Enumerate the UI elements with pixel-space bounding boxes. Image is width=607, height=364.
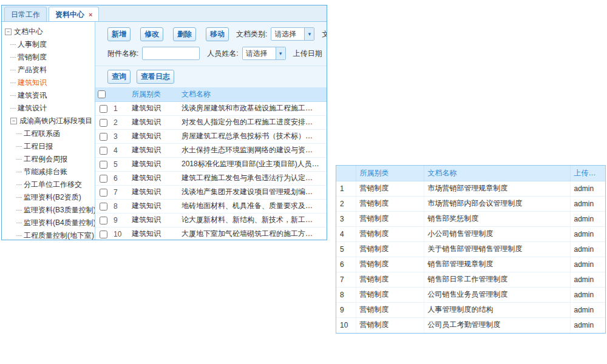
- row-checkbox[interactable]: [100, 231, 107, 238]
- tree-branch-line: [10, 108, 16, 109]
- tree-node-label: 建筑设计: [18, 103, 47, 113]
- table-row[interactable]: 5营销制度关于销售部管理销售管理制度admin: [336, 241, 605, 257]
- table-row[interactable]: 1营销制度市场营销部管理规章制度admin: [336, 181, 605, 196]
- row-number: 9: [111, 213, 129, 227]
- tree-node[interactable]: 工程联系函: [4, 127, 93, 140]
- column-header-category[interactable]: 所属别类: [356, 166, 424, 181]
- tree-node-label: 人事制度: [18, 39, 47, 50]
- column-header-doc-name[interactable]: 文档名称: [179, 87, 327, 101]
- table-row[interactable]: 10建筑知识大厦地下室加气砼墙砌筑工程的施工方…: [95, 227, 327, 240]
- row-checkbox[interactable]: [100, 119, 107, 127]
- row-doc-name: 关于销售部管理销售管理制度: [424, 241, 570, 257]
- row-doc-name: 论大厦新材料、新结构、新技术，新工…: [179, 213, 327, 227]
- row-checkbox[interactable]: [100, 133, 107, 141]
- row-category: 营销制度: [356, 181, 424, 196]
- column-header-uploader[interactable]: 上传…: [570, 166, 605, 181]
- table-row[interactable]: 2建筑知识对发包人指定分包的工程施工进度安排…: [95, 115, 327, 129]
- tree-node[interactable]: 分工单位工作移交: [4, 178, 93, 191]
- add-button[interactable]: 新增: [107, 27, 131, 41]
- row-doc-name: 地砖地面材料、机具准备、质量要求及…: [179, 199, 327, 213]
- row-category: 营销制度: [356, 257, 424, 272]
- row-checkbox[interactable]: [100, 203, 107, 211]
- tree-node[interactable]: 工程例会周报: [4, 153, 93, 166]
- row-checkbox[interactable]: [100, 189, 107, 197]
- tab-data-center[interactable]: 资料中心 ×: [49, 7, 99, 21]
- category-select[interactable]: 请选择 ▼: [271, 27, 314, 41]
- row-doc-name: 市场营销部管理规章制度: [424, 181, 570, 196]
- row-checkbox-cell: [95, 171, 111, 185]
- tree-node-label: 建筑知识: [18, 78, 47, 88]
- select-all-cell: [95, 87, 111, 101]
- tree-branch-line: [16, 184, 22, 185]
- close-icon[interactable]: ×: [89, 8, 92, 21]
- tree-node[interactable]: 监理资料(B2资质): [4, 191, 93, 204]
- table-row[interactable]: 2营销制度市场营销部内部会议管理制度admin: [336, 196, 605, 211]
- tree-node[interactable]: 工程日报: [4, 140, 93, 153]
- tree-node[interactable]: 建筑设计: [4, 102, 93, 115]
- select-all-checkbox[interactable]: [98, 90, 106, 98]
- delete-button[interactable]: 删除: [173, 27, 196, 41]
- row-checkbox[interactable]: [100, 217, 107, 224]
- view-log-button[interactable]: 查看日志: [137, 70, 174, 84]
- tree-node[interactable]: 工程质量控制(地下室): [4, 229, 93, 240]
- row-number: 6: [111, 171, 129, 185]
- row-checkbox[interactable]: [100, 105, 107, 113]
- table-row[interactable]: 6建筑知识建筑工程施工发包与承包违法行为认定…: [95, 171, 327, 185]
- table-row[interactable]: 7营销制度销售部日常工作管理制度admin: [336, 272, 605, 287]
- row-number: 7: [111, 185, 129, 199]
- table-row[interactable]: 8建筑知识地砖地面材料、机具准备、质量要求及…: [95, 199, 327, 213]
- table-row[interactable]: 6营销制度销售部管理规章制度admin: [336, 257, 605, 272]
- tree-node-label: 产品资料: [18, 65, 47, 75]
- table-row[interactable]: 3营销制度销售部奖惩制度admin: [336, 211, 605, 226]
- row-checkbox-cell: [95, 185, 111, 199]
- row-checkbox[interactable]: [100, 161, 107, 169]
- row-category: 建筑知识: [129, 101, 179, 115]
- collapse-icon[interactable]: −: [5, 29, 12, 35]
- tree-node[interactable]: 营销制度: [4, 51, 93, 64]
- collapse-icon[interactable]: −: [10, 118, 17, 124]
- table-row[interactable]: 5建筑知识2018标准化监理项目部(业主项目部)人员…: [95, 157, 327, 171]
- table-row[interactable]: 10营销制度公司员工考勤管理制度admin: [336, 317, 605, 332]
- table-row[interactable]: 9营销制度人事管理制度的结构admin: [336, 302, 605, 317]
- tree-node-project[interactable]: −成渝高铁内江标段项目: [4, 115, 93, 127]
- column-header-category[interactable]: 所属别类: [129, 87, 179, 101]
- search-button[interactable]: 查询: [107, 70, 131, 84]
- tree-node-label: 工程联系函: [24, 129, 60, 139]
- row-checkbox[interactable]: [100, 175, 107, 183]
- tree-node[interactable]: 节能减排台账: [4, 166, 93, 178]
- row-doc-name: 房屋建筑工程总承包投标书（技术标）…: [179, 129, 327, 143]
- row-number: 3: [336, 211, 356, 226]
- row-doc-name: 建筑工程施工发包与承包违法行为认定…: [179, 171, 327, 185]
- row-doc-name: 人事管理制度的结构: [424, 302, 570, 317]
- tree-node[interactable]: 产品资料: [4, 64, 93, 76]
- marketing-documents-table: 所属别类 文档名称 上传… 1营销制度市场营销部管理规章制度admin2营销制度…: [336, 166, 605, 333]
- attachment-input[interactable]: [142, 47, 200, 60]
- person-select[interactable]: 请选择 ▼: [242, 47, 286, 60]
- table-row[interactable]: 3建筑知识房屋建筑工程总承包投标书（技术标）…: [95, 129, 327, 143]
- tree-node-document-center[interactable]: −文档中心: [4, 25, 93, 38]
- table-row[interactable]: 4建筑知识水土保持生态环境监测网络的建设与资…: [95, 143, 327, 157]
- table-row[interactable]: 1建筑知识浅谈房屋建筑和市政基础设施工程施工…: [95, 101, 327, 115]
- row-checkbox-cell: [95, 115, 111, 129]
- tree-node-label: 工程例会周报: [24, 154, 67, 164]
- tree-node[interactable]: 监理资料(B4质量控制): [4, 217, 93, 229]
- tree-node[interactable]: 建筑知识: [4, 76, 93, 89]
- row-category: 建筑知识: [129, 115, 179, 129]
- tree-node-label: 监理资料(B2资质): [24, 192, 81, 203]
- edit-button[interactable]: 修改: [140, 27, 163, 41]
- tree-branch-line: [16, 172, 22, 172]
- tree-node[interactable]: 建筑资讯: [4, 89, 93, 102]
- row-number: 10: [111, 227, 129, 240]
- table-row[interactable]: 7建筑知识浅谈地产集团开发建设项目管理规划编…: [95, 185, 327, 199]
- table-row[interactable]: 9建筑知识论大厦新材料、新结构、新技术，新工…: [95, 213, 327, 227]
- row-doc-name: 公司销售业务员管理制度: [424, 287, 570, 302]
- column-header-doc-name[interactable]: 文档名称: [424, 166, 570, 181]
- tree-node[interactable]: 人事制度: [4, 38, 93, 51]
- table-row[interactable]: 4营销制度小公司销售管理制度admin: [336, 226, 605, 241]
- table-row[interactable]: 8营销制度公司销售业务员管理制度admin: [336, 287, 605, 302]
- tree-node[interactable]: 监理资料(B3质量控制): [4, 204, 93, 217]
- row-category: 营销制度: [356, 302, 424, 317]
- tab-daily-work[interactable]: 日常工作: [4, 7, 47, 21]
- move-button[interactable]: 移动: [206, 27, 229, 41]
- row-checkbox[interactable]: [100, 147, 107, 155]
